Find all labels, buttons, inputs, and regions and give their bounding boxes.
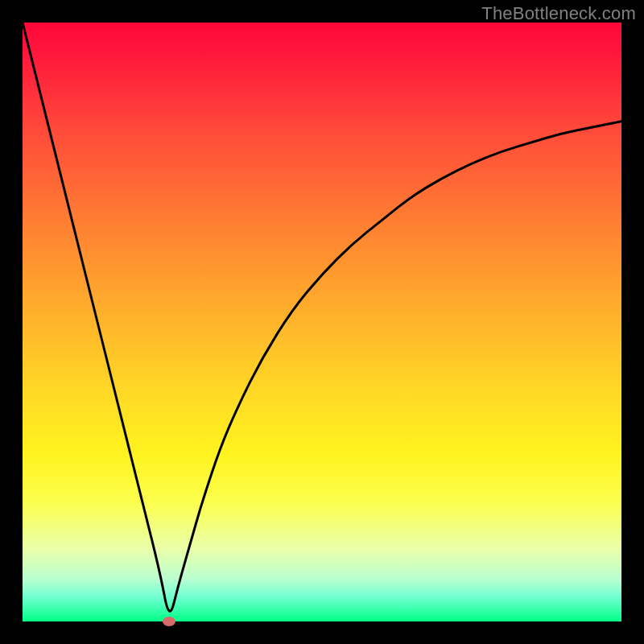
curve-svg (23, 23, 621, 621)
bottleneck-curve (23, 23, 621, 611)
chart-frame: TheBottleneck.com (0, 0, 644, 644)
plot-area (23, 23, 621, 621)
watermark-text: TheBottleneck.com (481, 3, 636, 24)
minimum-marker (163, 617, 175, 626)
